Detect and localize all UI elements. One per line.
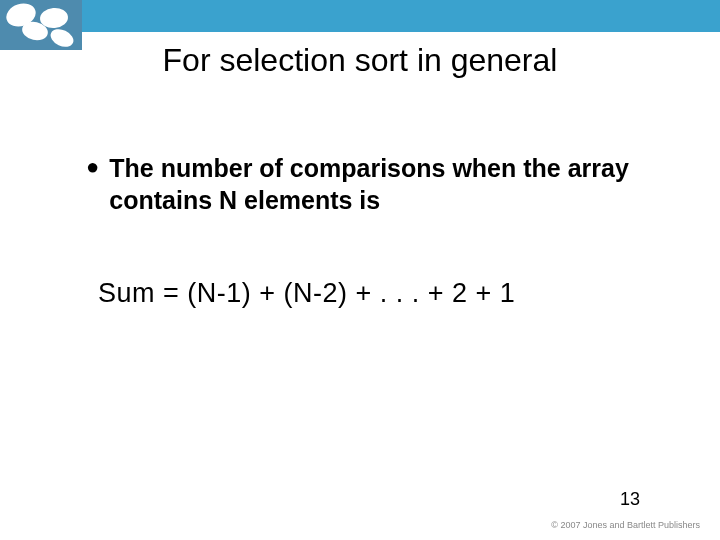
bullet-dot-icon: ● (86, 152, 99, 182)
copyright-watermark: © 2007 Jones and Bartlett Publishers (551, 520, 700, 530)
bullet-text: The number of comparisons when the array… (109, 152, 660, 216)
petal-icon (39, 7, 69, 29)
bullet-item: ● The number of comparisons when the arr… (86, 152, 660, 216)
slide: For selection sort in general ● The numb… (0, 0, 720, 540)
page-number: 13 (620, 489, 640, 510)
page-title: For selection sort in general (0, 42, 720, 79)
formula-text: Sum = (N-1) + (N-2) + . . . + 2 + 1 (98, 278, 515, 309)
header-bar (0, 0, 720, 32)
